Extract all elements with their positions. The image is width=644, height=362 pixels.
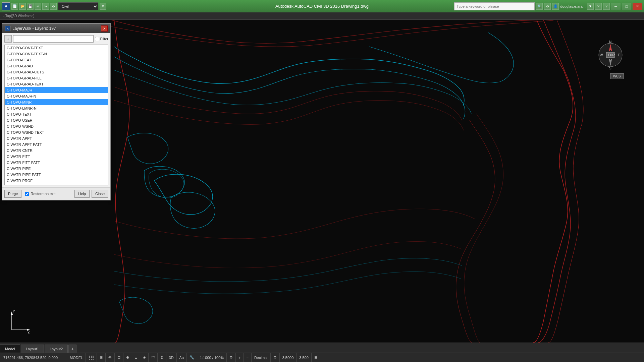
workspace-icon[interactable]: 🔧 [187, 353, 197, 362]
gizmo-icon[interactable]: ⊛ [158, 353, 166, 362]
osnap-icon[interactable]: ⊡ [115, 353, 123, 362]
layer-item[interactable]: C-TOPO-FEAT [5, 57, 108, 63]
tab-layout2[interactable]: Layout2 [45, 345, 68, 353]
main-area: -[Top][3D Wireframe] [0, 20, 644, 343]
svg-rect-16 [89, 356, 90, 357]
decimal-label[interactable]: Decimal [252, 353, 271, 362]
tab-layout1[interactable]: Layout1 [21, 345, 44, 353]
plus-icon[interactable]: + [236, 353, 244, 362]
window-close-button[interactable]: ✕ [633, 3, 642, 10]
dialog-buttons: Purge Restore on exit Help Close [2, 187, 110, 200]
toolbar-icons: 📄 📂 💾 ↩ ↪ ⚙ [11, 3, 57, 10]
new-icon[interactable]: 📄 [11, 3, 18, 10]
filter-add-button[interactable]: + [4, 35, 12, 43]
layer-item[interactable]: C-WATR-CNTR [5, 147, 108, 154]
otrack-icon[interactable]: ⊕ [123, 353, 132, 362]
app-logo: A [2, 2, 10, 10]
minimize-button[interactable]: ─ [611, 3, 621, 10]
layer-list-container[interactable]: C-TOPO-CONT-TEXTC-TOPO-CONT-TEXT-NC-TOPO… [4, 45, 108, 185]
layer-item[interactable]: C-WATR-PIPE [5, 166, 108, 172]
restore-checkbox-label[interactable]: Restore on exit [25, 192, 55, 196]
layer-item[interactable]: C-TOPO-MAJR [5, 87, 108, 93]
user-dropdown-icon[interactable]: ▼ [587, 3, 594, 10]
user-icon[interactable]: 👤 [552, 3, 559, 10]
layer-item[interactable]: C-WATR-APPT-PATT [5, 141, 108, 147]
svg-text:W: W [600, 53, 603, 57]
hardware-icon[interactable]: ⊞ [312, 353, 320, 362]
svg-rect-23 [91, 359, 92, 360]
dialog-close-button[interactable]: ✕ [101, 25, 108, 32]
username-label: douglas.e.ara... [560, 4, 586, 8]
layer-item[interactable]: C-TOPO-LMNR-N [5, 105, 108, 111]
filter-input[interactable] [13, 35, 94, 43]
redo-icon[interactable]: ↪ [42, 3, 49, 10]
coord-indicator: Y X [7, 308, 34, 336]
ortho-icon[interactable]: ⊞ [97, 353, 106, 362]
filter-checkbox[interactable] [95, 37, 99, 41]
layer-item[interactable]: C-TOPO-WSHD-TEXT [5, 129, 108, 135]
annotation-icon[interactable]: Aa [177, 353, 187, 362]
tab-add-button[interactable]: + [68, 345, 76, 353]
title-right: 🔍 ⚙ 👤 douglas.e.ara... ▼ ✕ ? ─ □ ✕ [454, 2, 644, 10]
svg-text:X: X [28, 331, 30, 335]
minus-icon[interactable]: − [244, 353, 251, 362]
filter-checkbox-label[interactable]: Filter [95, 37, 108, 41]
settings-status-icon[interactable]: ⚙ [227, 353, 236, 362]
layer-item[interactable]: C-TOPO-GRAD-CUTS [5, 69, 108, 75]
settings-icon[interactable]: ⚙ [50, 3, 57, 10]
layer-item[interactable]: C-WATR-PIPE-PATT [5, 172, 108, 178]
layer-item[interactable]: C-TOPO-GRAD [5, 63, 108, 69]
svg-rect-20 [91, 357, 92, 358]
svg-rect-18 [93, 356, 94, 357]
search-input[interactable] [454, 2, 535, 10]
layer-item[interactable]: C-TOPO-WSHD [5, 123, 108, 129]
compass: W E N S TOP [597, 40, 624, 67]
snap-grid-icon[interactable] [86, 353, 97, 362]
help-icon[interactable]: ? [603, 3, 610, 10]
polar-icon[interactable]: ◎ [106, 353, 115, 362]
save-icon[interactable]: 💾 [27, 3, 34, 10]
close-icon[interactable]: ✕ [595, 3, 602, 10]
dialog-content: + Filter C-TOPO-CONT-TEXTC-TOPO-CONT-TEX… [2, 33, 110, 187]
title-bar-left: A 📄 📂 💾 ↩ ↪ ⚙ Civil ▼ [0, 2, 108, 10]
layer-item[interactable]: C-TOPO-CONT-TEXT-N [5, 51, 108, 57]
lineweight-icon[interactable]: ≡ [132, 353, 140, 362]
app-title: Autodesk AutoCAD Civil 3D 2016 Drawing1.… [275, 4, 369, 9]
layer-item[interactable]: C-TOPO-GRAD-FILL [5, 75, 108, 81]
maximize-button[interactable]: □ [622, 3, 631, 10]
tab-model[interactable]: Model [0, 345, 20, 353]
open-icon[interactable]: 📂 [19, 3, 26, 10]
search-icon[interactable]: 🔍 [536, 3, 543, 10]
layer-item[interactable]: C-WATR-SCTN [5, 184, 108, 185]
wcs-label: WCS [613, 74, 621, 78]
workspace-dropdown-icon[interactable]: ▼ [100, 3, 106, 10]
layer-item[interactable]: C-WATR-APPT [5, 135, 108, 141]
scale-display[interactable]: 1:1000 / 100% [197, 353, 227, 362]
layer-item[interactable]: C-TOPO-GRAD-TEXT [5, 81, 108, 87]
units-settings-icon[interactable]: ⚙ [271, 353, 280, 362]
value1-display: 3.5000 [280, 353, 297, 362]
layer-item[interactable]: C-WATR-FITT [5, 154, 108, 160]
layer-item[interactable]: C-TOPO-TEXT [5, 111, 108, 117]
purge-button[interactable]: Purge [4, 190, 21, 198]
help-button[interactable]: Help [74, 190, 90, 198]
3d-icon[interactable]: 3D [166, 353, 177, 362]
workspace-selector[interactable]: Civil [58, 2, 98, 10]
restore-checkbox-input[interactable] [25, 192, 29, 196]
layer-item[interactable]: C-TOPO-MINR [5, 99, 108, 105]
filter-label: Filter [100, 37, 108, 41]
selection-icon[interactable]: ⬚ [149, 353, 158, 362]
layer-item[interactable]: C-WATR-PROF [5, 178, 108, 184]
close-button[interactable]: Close [92, 190, 108, 198]
title-bar: A 📄 📂 💾 ↩ ↪ ⚙ Civil ▼ Autodesk AutoCAD C… [0, 0, 644, 12]
layer-item[interactable]: C-TOPO-MAJR-N [5, 93, 108, 99]
layer-item[interactable]: C-TOPO-USER [5, 117, 108, 123]
svg-text:Y: Y [13, 310, 15, 313]
undo-icon[interactable]: ↩ [35, 3, 41, 10]
model-status-item[interactable]: MODEL [67, 353, 86, 362]
search-settings-icon[interactable]: ⚙ [544, 3, 551, 10]
cad-viewport[interactable]: -[Top][3D Wireframe] [0, 20, 644, 343]
transparency-icon[interactable]: ◈ [140, 353, 149, 362]
layer-item[interactable]: C-TOPO-CONT-TEXT [5, 45, 108, 51]
layer-item[interactable]: C-WATR-FITT-PATT [5, 160, 108, 166]
